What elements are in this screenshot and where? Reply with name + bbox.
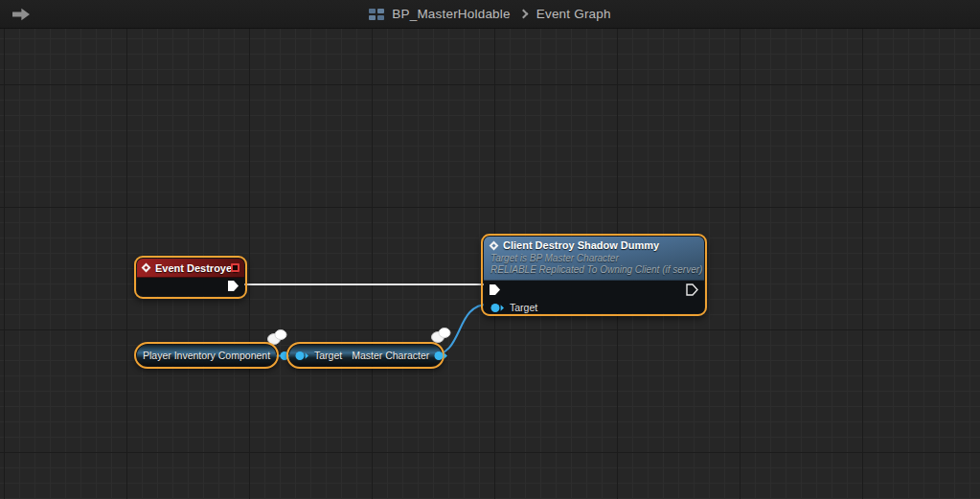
breadcrumb-graph-name[interactable]: Event Graph xyxy=(536,7,611,21)
node-subtitle-line1: Target is BP Master Character xyxy=(490,253,697,264)
node-get-master-character[interactable]: Target Master Character xyxy=(286,342,444,369)
target-input-pin[interactable] xyxy=(295,351,309,361)
breadcrumb-blueprint-name[interactable]: BP_MasterHoldable xyxy=(392,7,510,21)
exec-input-pin[interactable] xyxy=(489,284,501,296)
node-client-destroy-shadow-dummy[interactable]: Client Destroy Shadow Dummy Target is BP… xyxy=(481,234,707,316)
variable-label: Master Character xyxy=(352,350,429,361)
event-node-header: Event Destroyed xyxy=(137,259,244,278)
node-get-player-inventory-component[interactable]: Player Inventory Component xyxy=(134,342,279,369)
exec-output-pin[interactable] xyxy=(686,284,698,296)
target-pin-label: Target xyxy=(510,302,537,313)
target-input-label: Target xyxy=(314,350,342,361)
node-title: Event Destroyed xyxy=(155,262,239,274)
breadcrumb: BP_MasterHoldable Event Graph xyxy=(369,7,610,21)
forward-arrow-icon[interactable] xyxy=(12,8,30,21)
delegate-pin[interactable] xyxy=(231,263,239,272)
exec-output-pin[interactable] xyxy=(227,280,239,292)
event-diamond-icon xyxy=(490,240,499,250)
node-subtitle-line2: RELIABLE Replicated To Owning Client (if… xyxy=(490,264,697,276)
event-graph-canvas[interactable]: Event Destroyed Client Destroy Shadow Du… xyxy=(0,0,980,499)
node-title: Client Destroy Shadow Dummy xyxy=(503,239,659,251)
target-object-pin[interactable] xyxy=(490,303,505,313)
blueprint-graph-icon xyxy=(369,9,384,20)
output-object-pin[interactable] xyxy=(434,351,448,361)
event-diamond-icon xyxy=(142,263,151,273)
breadcrumb-chevron-icon xyxy=(518,10,528,19)
node-event-destroyed[interactable]: Event Destroyed xyxy=(134,256,247,299)
variable-label: Player Inventory Component xyxy=(143,350,270,361)
function-node-header: Client Destroy Shadow Dummy Target is BP… xyxy=(484,237,704,281)
wire-bubble xyxy=(432,329,451,343)
titlebar: BP_MasterHoldable Event Graph xyxy=(0,0,980,29)
